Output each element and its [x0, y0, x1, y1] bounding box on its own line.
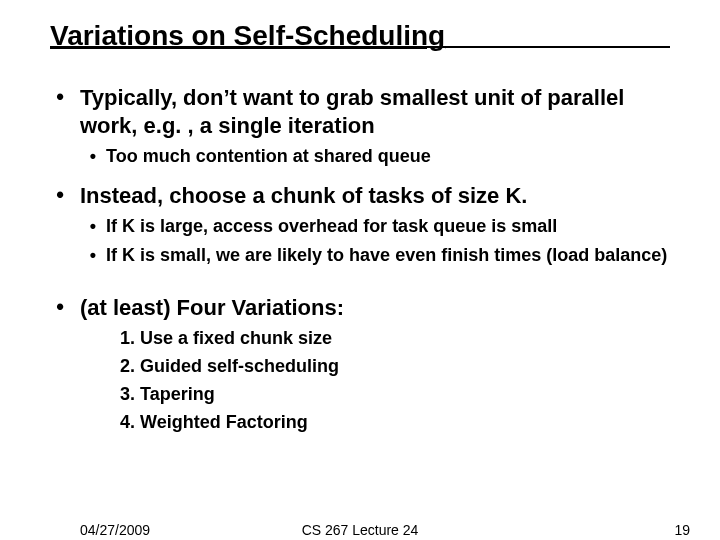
bullet-text: Typically, don’t want to grab smallest u… — [80, 84, 680, 139]
slide: Variations on Self-Scheduling • Typicall… — [0, 0, 720, 540]
bullet-dot: • — [80, 244, 106, 267]
bullet-text: If K is large, access overhead for task … — [106, 215, 680, 238]
bullet-dot: • — [40, 182, 80, 208]
numbered-item: 1. Use a fixed chunk size — [120, 326, 680, 350]
content-area: • Typically, don’t want to grab smallest… — [40, 78, 680, 435]
bullet-level1: • Typically, don’t want to grab smallest… — [40, 84, 680, 139]
numbered-item: 4. Weighted Factoring — [120, 410, 680, 434]
numbered-item: 2. Guided self-scheduling — [120, 354, 680, 378]
bullet-text: (at least) Four Variations: — [80, 294, 680, 322]
bullet-level2: • If K is small, we are likely to have e… — [80, 244, 680, 267]
bullet-level1: • Instead, choose a chunk of tasks of si… — [40, 182, 680, 210]
bullet-text: Too much contention at shared queue — [106, 145, 680, 168]
bullet-text: If K is small, we are likely to have eve… — [106, 244, 680, 267]
bullet-dot: • — [80, 215, 106, 238]
slide-title: Variations on Self-Scheduling — [50, 20, 445, 52]
numbered-item: 3. Tapering — [120, 382, 680, 406]
bullet-dot: • — [80, 145, 106, 168]
bullet-level2: • Too much contention at shared queue — [80, 145, 680, 168]
bullet-text: Instead, choose a chunk of tasks of size… — [80, 182, 680, 210]
bullet-dot: • — [40, 84, 80, 110]
bullet-level1: • (at least) Four Variations: — [40, 294, 680, 322]
bullet-dot: • — [40, 294, 80, 320]
bullet-level2: • If K is large, access overhead for tas… — [80, 215, 680, 238]
footer-page-number: 19 — [674, 522, 690, 538]
title-block: Variations on Self-Scheduling — [50, 20, 670, 48]
footer-course: CS 267 Lecture 24 — [0, 522, 720, 538]
